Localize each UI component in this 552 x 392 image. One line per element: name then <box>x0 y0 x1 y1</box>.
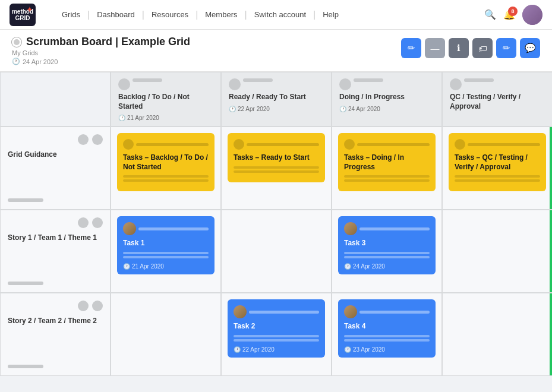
card-icon-sm-4 <box>455 139 465 150</box>
row-progress-bar-3 <box>8 365 43 368</box>
card-task4-avatar <box>344 305 357 318</box>
card-task4-date: 🕐 23 Apr 2020 <box>344 346 430 353</box>
cell-guidance-backlog[interactable]: Tasks – Backlog / To Do / Not Started <box>111 127 221 210</box>
card-lines-2 <box>234 166 319 173</box>
nav-grids[interactable]: Grids <box>55 10 87 19</box>
nav-help[interactable]: Help <box>316 10 346 19</box>
cell-guidance-doing[interactable]: Tasks – Doing / In Progress <box>332 127 442 210</box>
card-tasks-backlog[interactable]: Tasks – Backlog / To Do / Not Started <box>117 133 215 191</box>
avatar[interactable] <box>522 5 542 25</box>
cell-story1-backlog[interactable]: Task 1 🕐 21 Apr 2020 <box>111 210 221 293</box>
row-progress-bar-2 <box>8 282 43 285</box>
card-tasks-qc[interactable]: Tasks – QC / Testing / Verify / Approval <box>449 133 546 191</box>
cell-story2-ready[interactable]: Task 2 🕐 22 Apr 2020 <box>221 293 332 376</box>
card-task1-icons <box>123 222 209 235</box>
col-header-backlog: Backlog / To Do / Not Started 🕐 21 Apr 2… <box>111 72 221 127</box>
card-icon-sm-3 <box>344 139 355 150</box>
row-label-story2: Story 2 / Team 2 / Theme 2 <box>8 316 97 326</box>
row-progress-bar <box>8 198 43 202</box>
col-icon-4 <box>450 78 462 90</box>
nav-resources[interactable]: Resources <box>144 10 195 19</box>
clock-icon-task3: 🕐 <box>344 263 351 270</box>
cell-story2-qc[interactable] <box>442 293 552 376</box>
green-accent-2 <box>550 210 552 292</box>
info-button[interactable]: ℹ <box>449 38 469 58</box>
card-line-7 <box>455 175 540 178</box>
card-task1-bar <box>138 227 209 230</box>
card-line-4 <box>234 170 319 173</box>
minus-button[interactable]: — <box>425 38 445 58</box>
logo[interactable]: ✦ method GRID <box>10 4 36 26</box>
card-task2-avatar <box>234 305 247 318</box>
card-task2-lines <box>234 335 319 342</box>
notification-bell[interactable]: 🔔 8 <box>503 9 515 20</box>
green-accent-1 <box>550 127 552 209</box>
col-header-title-3: Doing / In Progress <box>339 93 434 102</box>
breadcrumb: My Grids <box>12 49 190 56</box>
row-icon-3 <box>78 217 89 228</box>
cell-story1-qc[interactable] <box>442 210 552 293</box>
card-bar-4 <box>468 143 540 146</box>
card-icon-sm-2 <box>234 139 244 150</box>
col-header-qc: QC / Testing / Verify / Approval <box>442 72 552 127</box>
card-task4-title: Task 4 <box>344 322 430 331</box>
col-header-icons-3 <box>339 78 434 90</box>
logo-spark-icon: ✦ <box>26 5 33 14</box>
cell-story2-backlog[interactable] <box>111 293 221 376</box>
card-bar-2 <box>247 143 319 146</box>
clock-icon: 🕐 <box>12 58 20 65</box>
card-task1-line-1 <box>123 252 209 254</box>
cell-story2-doing[interactable]: Task 4 🕐 23 Apr 2020 <box>332 293 442 376</box>
nav-dashboard[interactable]: Dashboard <box>90 10 142 19</box>
board: Backlog / To Do / Not Started 🕐 21 Apr 2… <box>0 72 552 376</box>
edit-button[interactable]: ✏ <box>401 38 421 58</box>
card-task1-line-2 <box>123 256 209 258</box>
tag-button[interactable]: 🏷 <box>472 38 493 58</box>
card-task4-lines <box>344 335 430 342</box>
card-lines-4 <box>455 175 540 182</box>
card-task3[interactable]: Task 3 🕐 24 Apr 2020 <box>338 216 436 274</box>
page-date: 🕐 24 Apr 2020 <box>12 58 190 65</box>
board-container[interactable]: Backlog / To Do / Not Started 🕐 21 Apr 2… <box>0 72 552 387</box>
card-task2-line-1 <box>234 335 319 337</box>
toolbar: ✏ — ℹ 🏷 ✏ 💬 <box>401 38 540 58</box>
nav-members[interactable]: Members <box>198 10 244 19</box>
row-icon-1 <box>78 134 89 145</box>
col-header-ready: Ready / Ready To Start 🕐 22 Apr 2020 <box>221 72 332 127</box>
col-header-icons-1 <box>118 78 213 90</box>
page-header-left: Scrumban Board | Example Grid My Grids 🕐… <box>12 36 190 65</box>
card-task3-lines <box>344 252 430 258</box>
card-task2-title: Task 2 <box>234 322 319 331</box>
row-icon-6 <box>92 301 103 311</box>
row-header-story1: Story 1 / Team 1 / Theme 1 <box>0 210 111 293</box>
cell-guidance-ready[interactable]: Tasks – Ready to Start <box>221 127 332 210</box>
card-task4-line-2 <box>344 339 430 342</box>
status-circle <box>12 37 21 47</box>
card-task1[interactable]: Task 1 🕐 21 Apr 2020 <box>117 216 215 274</box>
col-bar-1 <box>133 78 162 82</box>
row-icon-2 <box>92 134 103 145</box>
col-bar-3 <box>354 78 383 82</box>
search-button[interactable]: 🔍 <box>484 9 496 20</box>
cell-story1-doing[interactable]: Task 3 🕐 24 Apr 2020 <box>332 210 442 293</box>
card-task4-bar <box>359 311 430 314</box>
notification-count: 8 <box>508 7 518 16</box>
col-bar-2 <box>243 78 273 82</box>
row-icon-4 <box>92 217 103 228</box>
pencil-button[interactable]: ✏ <box>496 38 516 58</box>
clock-icon-task2: 🕐 <box>234 346 241 353</box>
card-task3-avatar-img <box>344 222 357 235</box>
card-task4[interactable]: Task 4 🕐 23 Apr 2020 <box>338 299 436 358</box>
cell-guidance-qc[interactable]: Tasks – QC / Testing / Verify / Approval <box>442 127 552 210</box>
card-task2[interactable]: Task 2 🕐 22 Apr 2020 <box>228 299 325 358</box>
row-icon-5 <box>78 301 89 311</box>
row-label-grid-guidance: Grid Guidance <box>8 150 57 160</box>
nav-switch-account[interactable]: Switch account <box>247 10 313 19</box>
card-tasks-ready[interactable]: Tasks – Ready to Start <box>228 133 325 182</box>
card-task4-avatar-img <box>344 305 357 318</box>
col-header-title-4: QC / Testing / Verify / Approval <box>450 93 545 111</box>
message-button[interactable]: 💬 <box>520 38 540 58</box>
cell-story1-ready[interactable] <box>221 210 332 293</box>
card-tasks-doing[interactable]: Tasks – Doing / In Progress <box>338 133 436 191</box>
card-task3-bar <box>359 227 430 230</box>
